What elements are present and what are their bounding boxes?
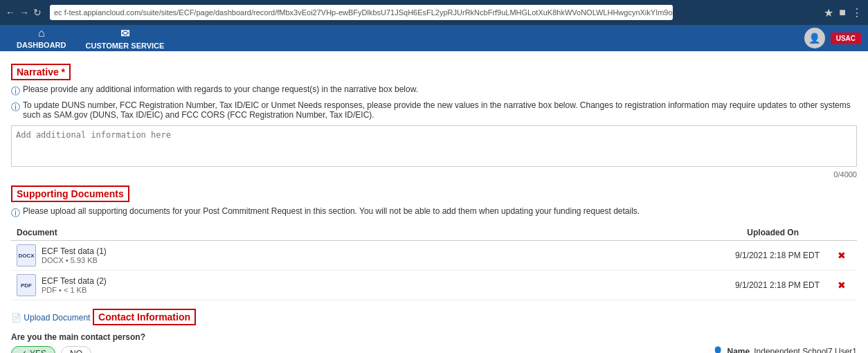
support-icon: ✉: [120, 27, 129, 40]
upload-link-label: Upload Document: [24, 313, 90, 323]
name-label: Name: [727, 347, 750, 354]
reload-icon[interactable]: ↻: [33, 7, 42, 18]
narrative-section-header: Narrative *: [11, 64, 71, 80]
info-icon-1: ⓘ: [11, 85, 20, 98]
contact-info-label: Contact Information: [98, 311, 190, 323]
narrative-info2-text: To update DUNS number, FCC Registration …: [23, 100, 857, 120]
user-avatar[interactable]: 👤: [804, 28, 825, 48]
documents-table: Document Uploaded On DOCX ECF Test data …: [11, 225, 857, 300]
person-icon: 👤: [712, 346, 723, 353]
narrative-info1: ⓘ Please provide any additional informat…: [11, 84, 857, 98]
delete-icon-1[interactable]: ✖: [832, 280, 851, 291]
narrative-textarea[interactable]: [11, 125, 857, 167]
doc-date-0: 9/1/2021 2:18 PM EDT: [427, 241, 826, 271]
doc-delete-1[interactable]: ✖: [826, 271, 857, 300]
narrative-info2: ⓘ To update DUNS number, FCC Registratio…: [11, 100, 857, 120]
yes-check-icon: ✓: [20, 349, 27, 353]
info-icon-2: ⓘ: [11, 101, 20, 114]
logo-badge: USAC: [831, 33, 861, 44]
nav-customer-service[interactable]: ✉ CUSTOMER SERVICE: [76, 21, 174, 55]
back-icon[interactable]: ←: [6, 7, 15, 18]
doc-cell-1: PDF ECF Test data (2) PDF • < 1 KB: [11, 271, 427, 300]
contact-info-box: 👤 Name Independent School7 User1 📞 Phone…: [712, 346, 857, 353]
nav-customer-service-label: CUSTOMER SERVICE: [86, 42, 165, 50]
nav-dashboard[interactable]: ⌂ DASHBOARD: [7, 21, 76, 55]
browser-nav-controls: ← → ↻ ec f-test.appiancloud.com/suite/si…: [6, 5, 673, 20]
doc-icon-0: DOCX: [17, 244, 36, 266]
doc-cell-0: DOCX ECF Test data (1) DOCX • 5.93 KB: [11, 241, 427, 271]
char-count: 0/4000: [11, 170, 857, 179]
table-row: PDF ECF Test data (2) PDF • < 1 KB 9/1/2…: [11, 271, 857, 300]
col-uploaded-on: Uploaded On: [427, 225, 826, 241]
supporting-docs-info: ⓘ Please upload all supporting documents…: [11, 206, 857, 219]
star-icon[interactable]: ★: [824, 6, 833, 19]
nav-items: ⌂ DASHBOARD ✉ CUSTOMER SERVICE: [7, 21, 174, 55]
app-navbar: ⌂ DASHBOARD ✉ CUSTOMER SERVICE 👤 USAC: [0, 25, 868, 51]
narrative-section-label: Narrative *: [17, 66, 65, 78]
supporting-docs-label: Supporting Documents: [17, 188, 124, 199]
contact-layout: ✓ YES NO 👤 Name Independent School7 User…: [11, 346, 857, 353]
no-button[interactable]: NO: [61, 346, 91, 353]
doc-name-0: ECF Test data (1): [42, 246, 107, 256]
doc-delete-0[interactable]: ✖: [826, 241, 857, 271]
extensions-icon[interactable]: ■: [839, 6, 846, 19]
info-icon-3: ⓘ: [11, 207, 20, 219]
main-content: Narrative * ⓘ Please provide any additio…: [0, 51, 868, 353]
home-icon: ⌂: [38, 27, 45, 39]
doc-date-1: 9/1/2021 2:18 PM EDT: [427, 271, 826, 300]
browser-actions: ★ ■ ⋮: [824, 6, 862, 19]
doc-icon-1: PDF: [17, 274, 36, 296]
url-bar[interactable]: ec f-test.appiancloud.com/suite/sites/EC…: [50, 5, 673, 20]
col-document: Document: [11, 225, 427, 241]
nav-dashboard-label: DASHBOARD: [17, 41, 66, 49]
forward-icon[interactable]: →: [19, 7, 29, 18]
yes-button[interactable]: ✓ YES: [11, 346, 55, 353]
contact-right: 👤 Name Independent School7 User1 📞 Phone…: [712, 346, 857, 353]
table-row: DOCX ECF Test data (1) DOCX • 5.93 KB 9/…: [11, 241, 857, 271]
delete-icon-0[interactable]: ✖: [832, 250, 851, 261]
no-label: NO: [70, 349, 82, 353]
contact-section: Are you the main contact person? ✓ YES N…: [11, 332, 857, 353]
doc-name-1: ECF Test data (2): [42, 276, 107, 286]
contact-info-section-header: Contact Information: [93, 309, 196, 325]
contact-left: ✓ YES NO: [11, 346, 91, 353]
browser-nav-buttons[interactable]: ← → ↻: [6, 7, 42, 18]
contact-name-row: 👤 Name Independent School7 User1: [712, 346, 857, 353]
url-text: ec f-test.appiancloud.com/suite/sites/EC…: [54, 8, 673, 17]
yes-label: YES: [30, 349, 46, 353]
doc-size-1: PDF • < 1 KB: [42, 286, 107, 294]
name-value: Independent School7 User1: [754, 347, 857, 354]
upload-document-link[interactable]: 📄 Upload Document: [11, 313, 90, 323]
supporting-docs-info-text: Please upload all supporting documents f…: [23, 206, 640, 216]
supporting-docs-section-header: Supporting Documents: [11, 185, 129, 202]
contact-question: Are you the main contact person?: [11, 332, 857, 342]
nav-right: 👤 USAC: [804, 28, 861, 48]
upload-icon: 📄: [11, 313, 24, 323]
doc-size-0: DOCX • 5.93 KB: [42, 256, 107, 264]
narrative-info1-text: Please provide any additional informatio…: [23, 84, 418, 94]
menu-icon[interactable]: ⋮: [851, 6, 862, 19]
